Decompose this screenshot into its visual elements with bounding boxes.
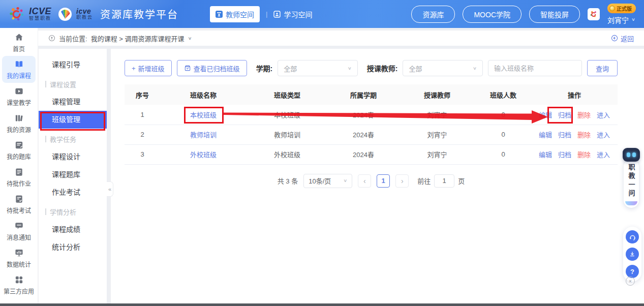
term-filter-label: 学期: [256, 63, 273, 73]
page-size-select[interactable]: 10条/页 ∨ [303, 174, 352, 188]
sidebar-item-pending-homework[interactable]: 待批作业 [0, 164, 38, 191]
table-row: 1 本校班级 本校班级 2024春 刘宵宁 0 编辑归档删除进入 [125, 105, 618, 125]
class-management-panel: + 新增班级 查看已归档班级 学期: 全部 ∨ 授课教师: 全部 ∨ [111, 49, 644, 303]
icve-app-icon[interactable] [588, 8, 600, 20]
homework-doc-icon [14, 167, 24, 177]
delete-action[interactable]: 删除 [577, 131, 591, 139]
question-icon: ? [630, 268, 634, 276]
brand1-name: ICVE [29, 7, 51, 16]
enter-action[interactable]: 进入 [597, 151, 610, 159]
version-badge-label: 正式版 [617, 5, 632, 12]
archive-action[interactable]: 归档 [558, 131, 571, 139]
sidebar-item-my-courses[interactable]: 我的课程 [2, 56, 36, 83]
brand1-sub: 智慧职教 [29, 16, 51, 21]
sidebar-item-data-statistics[interactable]: 数据统计 [0, 244, 38, 271]
edit-action[interactable]: 编辑 [539, 111, 552, 119]
goto-page-input[interactable] [434, 174, 454, 188]
chevron-right-icon: › [401, 177, 404, 185]
back-button[interactable]: 返回 [611, 34, 634, 43]
term-select[interactable]: 全部 ∨ [278, 60, 358, 76]
submenu-item-course-management[interactable]: 课程管理 [39, 93, 107, 111]
col-header-teacher: 授课教师 [399, 84, 475, 105]
col-header-actions: 操作 [531, 84, 618, 105]
teacher-space-tab[interactable]: 教师空间 [210, 6, 260, 22]
submenu-item-statistical-analysis[interactable]: 统计分析 [39, 238, 107, 256]
submenu-item-homework-exams[interactable]: 作业考试 [39, 183, 107, 201]
prev-page-button[interactable]: ‹ [358, 174, 371, 188]
icve-mini-swirl-icon [590, 10, 598, 18]
submenu-section-learning-analysis: 学情分析 [39, 203, 107, 221]
term-select-caret-icon: ∨ [348, 66, 352, 70]
submenu-collapse-handle[interactable]: « [107, 181, 113, 197]
sidebar-item-home[interactable]: 首页 [0, 29, 38, 56]
edit-action[interactable]: 编辑 [539, 151, 552, 159]
brand2-sub: 职教云 [76, 15, 93, 20]
sidebar-item-third-party-apps[interactable]: 第三方应用 [0, 271, 38, 298]
username: 刘宵宁 [607, 15, 629, 25]
class-name-link[interactable]: 本校班级 [190, 111, 217, 119]
enter-action[interactable]: 进入 [597, 131, 610, 139]
enter-action[interactable]: 进入 [597, 111, 610, 119]
brand-zhijiaoyun: icve 职教云 [57, 7, 93, 22]
breadcrumb-label: 当前位置: [59, 34, 87, 43]
sidebar-item-messages[interactable]: 消息通知 [0, 218, 38, 244]
add-class-button[interactable]: + 新增班级 [125, 60, 172, 76]
resource-library-button[interactable]: 资源库 [411, 6, 455, 23]
col-header-term: 所属学期 [328, 84, 399, 105]
goto-label: 前往 [417, 176, 431, 186]
class-name-search-input[interactable] [488, 60, 582, 76]
ai-assistant-widget[interactable]: 职教一问 [622, 148, 640, 208]
search-button[interactable]: 查询 [587, 60, 618, 76]
customer-service-button[interactable] [626, 230, 639, 243]
sidebar-item-pending-exams[interactable]: 待批考试 [0, 191, 38, 218]
sidebar-item-my-question-bank[interactable]: 我的题库 [0, 137, 38, 164]
delete-action[interactable]: 删除 [577, 111, 591, 119]
brand-icve: ICVE 智慧职教 [8, 6, 51, 23]
sidebar-item-my-resources[interactable]: 我的资源 [0, 110, 38, 137]
teacher-select[interactable]: 全部 ∨ [403, 60, 483, 76]
location-icon [48, 35, 55, 42]
submenu-item-course-grades[interactable]: 课程成绩 [39, 221, 107, 238]
teacher-select-value: 全部 [409, 64, 422, 73]
sidebar-item-classroom-teaching[interactable]: 课堂教学 [0, 83, 38, 110]
widget-close-button[interactable]: × [626, 277, 635, 286]
breadcrumb-bar: 当前位置: 我的课程 > 调用资源库课程开课 ∨ 返回 [38, 30, 644, 46]
edit-action[interactable]: 编辑 [539, 131, 552, 139]
books-icon [14, 113, 24, 123]
table-row: 3 外校班级 外校班级 2024春 刘宵宁 0 编辑归档删除进入 [125, 144, 618, 164]
platform-title: 资源库教学平台 [100, 7, 178, 21]
download-icon [629, 251, 636, 258]
archive-action[interactable]: 归档 [558, 151, 571, 159]
next-page-button[interactable]: › [395, 174, 409, 188]
archive-action[interactable]: 归档 [558, 111, 571, 119]
icon-sidebar: 首页 我的课程 课堂教学 我的资源 我的题库 待批作业 待批考试 消息通知 [0, 28, 38, 303]
user-menu[interactable]: 刘宵宁 ∨ [607, 15, 635, 25]
smart-casting-button[interactable]: 智能投屏 [529, 6, 580, 23]
breadcrumb-path[interactable]: 我的课程 > 调用资源库课程开课 [91, 34, 185, 43]
top-header: ICVE 智慧职教 icve 职教云 资源库教学平台 [0, 0, 644, 28]
submenu-item-course-guide[interactable]: 课程引导 [39, 56, 107, 74]
submenu-item-course-question-bank[interactable]: 课程题库 [39, 166, 107, 183]
shell-logo-icon [57, 7, 73, 22]
student-space-tab[interactable]: 学习空间 [273, 9, 312, 19]
assistant-label: 职教一问 [627, 164, 636, 198]
window-bottom-edge [0, 303, 644, 306]
download-button[interactable] [626, 248, 639, 261]
mooc-academy-button[interactable]: MOOC学院 [463, 6, 522, 23]
breadcrumb-caret-icon[interactable]: ∨ [188, 36, 192, 40]
submenu-item-class-management[interactable]: 班级管理 [39, 111, 107, 129]
apps-grid-icon [14, 275, 24, 285]
col-header-index: 序号 [125, 84, 160, 105]
submenu-item-course-design[interactable]: 课程设计 [39, 148, 107, 166]
delete-action[interactable]: 删除 [577, 151, 591, 159]
class-name-link[interactable]: 外校班级 [190, 151, 217, 159]
view-archived-button[interactable]: 查看已归档班级 [177, 60, 247, 76]
nav-divider: | [266, 10, 267, 18]
floating-tools: ? [623, 227, 641, 282]
assistant-pill: 职教一问 [624, 159, 639, 208]
help-button[interactable]: ? [626, 265, 639, 278]
col-header-class-type: 班级类型 [247, 84, 328, 105]
page: ICVE 智慧职教 icve 职教云 资源库教学平台 [0, 0, 644, 306]
page-number-button[interactable]: 1 [377, 174, 390, 188]
class-name-link[interactable]: 教师培训 [190, 131, 217, 139]
